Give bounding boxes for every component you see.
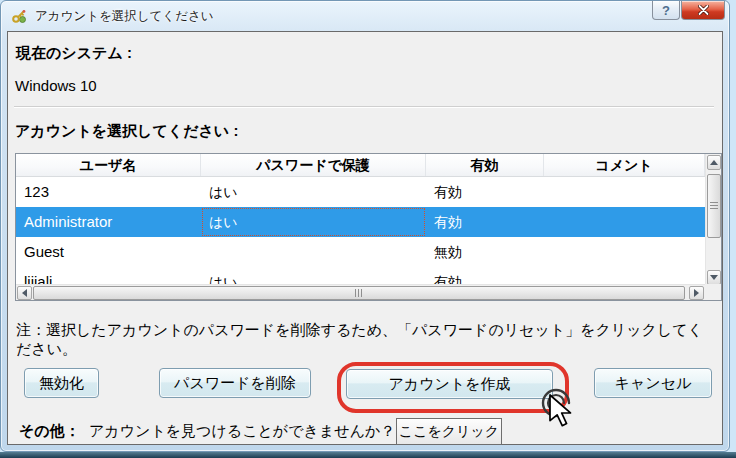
click-here-button[interactable]: ここをクリック: [396, 418, 502, 445]
vertical-scrollbar[interactable]: [705, 154, 721, 286]
arrow-left-icon: [22, 289, 27, 297]
select-account-label: アカウントを選択してください :: [15, 122, 238, 141]
table-cell[interactable]: Guest: [16, 237, 201, 267]
column-header[interactable]: パスワードで保護: [201, 154, 426, 176]
column-header[interactable]: コメント: [544, 154, 705, 176]
system-value: Windows 10: [15, 77, 97, 94]
arrow-down-icon: [710, 275, 718, 280]
cancel-button[interactable]: キャンセル: [594, 368, 712, 398]
table-cell[interactable]: Administrator: [16, 207, 201, 237]
horizontal-scrollbar[interactable]: [16, 284, 705, 300]
desktop-taskbar-strip: [0, 452, 736, 458]
column-header[interactable]: ユーザ名: [16, 154, 201, 176]
disable-button[interactable]: 無効化: [24, 368, 99, 398]
table-cell[interactable]: [544, 177, 705, 207]
column-header[interactable]: 有効: [426, 154, 544, 176]
arrow-up-icon: [710, 160, 718, 165]
window-title: アカウントを選択してください: [35, 8, 214, 25]
dialog-window: アカウントを選択してください ? 現在のシステム : Windows 10 アカ…: [0, 0, 730, 452]
table-cell[interactable]: 有効: [426, 207, 544, 237]
scroll-down-button[interactable]: [707, 270, 721, 285]
table-row[interactable]: Administratorはい有効: [16, 207, 705, 237]
key-app-icon: [11, 8, 27, 24]
separator-line: [14, 106, 714, 108]
thumb-grip-icon: [355, 289, 364, 297]
table-row[interactable]: 123はい有効: [16, 177, 705, 207]
table-cell[interactable]: [544, 237, 705, 267]
table-cell[interactable]: 有効: [426, 177, 544, 207]
create-account-button[interactable]: アカウントを作成: [346, 369, 553, 399]
help-button[interactable]: ?: [652, 1, 680, 20]
table-cell[interactable]: 無効: [426, 237, 544, 267]
current-system-label: 現在のシステム :: [16, 44, 132, 63]
table-cell[interactable]: はい: [201, 177, 426, 207]
arrow-right-icon: [694, 289, 699, 297]
delete-password-button[interactable]: パスワードを削除: [159, 368, 311, 398]
scroll-left-button[interactable]: [17, 286, 32, 300]
close-icon: [698, 1, 709, 19]
scrollbar-corner: [705, 284, 721, 300]
scroll-up-button[interactable]: [707, 155, 721, 170]
table-cell[interactable]: [544, 207, 705, 237]
vertical-scroll-thumb[interactable]: [707, 174, 721, 238]
table-cell[interactable]: [201, 237, 426, 267]
thumb-grip-icon: [710, 202, 718, 211]
table-row[interactable]: Guest無効: [16, 237, 705, 267]
table-cell[interactable]: 123: [16, 177, 201, 207]
accounts-table[interactable]: ユーザ名パスワードで保護有効コメント 123はい有効Administratorは…: [15, 153, 722, 301]
dialog-client-area: 現在のシステム : Windows 10 アカウントを選択してください : ユー…: [7, 31, 723, 445]
table-header: ユーザ名パスワードで保護有効コメント: [16, 154, 705, 177]
table-body: 123はい有効Administratorはい有効Guest無効lijialiはい…: [16, 177, 705, 286]
scroll-right-button[interactable]: [689, 286, 704, 300]
close-button[interactable]: [681, 1, 725, 20]
help-icon: ?: [662, 3, 670, 18]
titlebar[interactable]: アカウントを選択してください ?: [1, 1, 729, 31]
other-question: アカウントを見つけることができませんか？: [89, 422, 395, 441]
horizontal-scroll-thumb[interactable]: [33, 286, 685, 300]
other-label: その他：: [19, 422, 80, 441]
note-text: 注：選択したアカウントのパスワードを削除するため、「パスワードのリセット」をクリ…: [16, 320, 716, 358]
table-cell[interactable]: はい: [201, 207, 426, 237]
